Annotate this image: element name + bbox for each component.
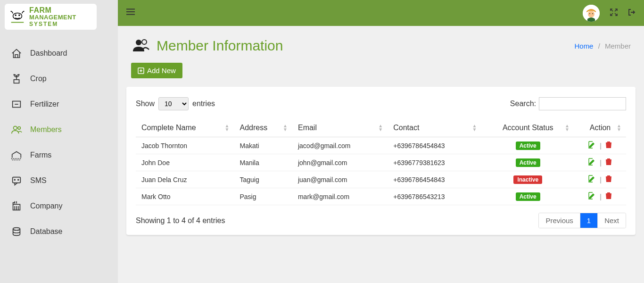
search-label: Search:: [510, 100, 536, 108]
brand-line1: FARM: [29, 7, 76, 14]
page-title: Member Information: [157, 38, 283, 54]
building-icon: [10, 200, 23, 212]
sidebar-item-label: Dashboard: [30, 49, 67, 58]
show-label-pre: Show: [136, 100, 155, 108]
fullscreen-icon[interactable]: [610, 8, 618, 18]
status-badge: Active: [516, 158, 540, 167]
cell-action: |: [574, 137, 626, 154]
sidebar-item-members[interactable]: Members: [0, 117, 118, 142]
svg-point-9: [14, 179, 15, 180]
search-input[interactable]: [539, 97, 626, 110]
cell-address: Makati: [234, 137, 292, 154]
status-badge: Inactive: [513, 175, 542, 184]
main: Member Information Home / Member Add New…: [118, 0, 644, 283]
delete-icon[interactable]: [605, 192, 612, 201]
plus-icon: [138, 67, 144, 74]
sidebar-item-dashboard[interactable]: Dashboard: [0, 41, 118, 66]
sidebar-item-label: Farms: [30, 151, 51, 159]
edit-icon[interactable]: [588, 158, 596, 167]
table-row: Juan Dela CruzTaguigjuan@gmail.com+63967…: [136, 171, 626, 188]
user-avatar[interactable]: [583, 5, 600, 22]
col-contact[interactable]: Contact▲▼: [388, 119, 481, 137]
cell-contact: +6396779381623: [388, 154, 481, 171]
col-action[interactable]: Action▲▼: [574, 119, 626, 137]
svg-point-15: [13, 228, 20, 231]
action-sep: |: [600, 176, 602, 183]
menu-toggle-icon[interactable]: [126, 8, 135, 18]
pagination: Previous 1 Next: [538, 213, 626, 228]
breadcrumb-current: Member: [605, 42, 631, 50]
box-icon: [10, 98, 23, 110]
sidebar-item-sms[interactable]: SMS: [0, 168, 118, 193]
page-prev[interactable]: Previous: [539, 213, 580, 228]
page-header: Member Information Home / Member: [118, 26, 644, 59]
cell-action: |: [574, 154, 626, 171]
chat-icon: [10, 175, 23, 187]
brand-line2: MANAGEMENT: [29, 14, 76, 20]
table-info: Showing 1 to 4 of 4 entries: [136, 216, 225, 225]
col-account-status[interactable]: Account Status▲▼: [481, 119, 574, 137]
svg-point-23: [136, 40, 141, 45]
sidebar-item-fertilizer[interactable]: Fertilizer: [0, 92, 118, 117]
sidebar-item-label: Crop: [30, 75, 47, 83]
logo[interactable]: FARM MANAGEMENT SYSTEM: [0, 0, 118, 33]
cell-action: |: [574, 188, 626, 205]
sidebar-item-company[interactable]: Company: [0, 193, 118, 219]
col-complete-name[interactable]: Complete Name▲▼: [136, 119, 234, 137]
cell-address: Manila: [234, 154, 292, 171]
col-email[interactable]: Email▲▼: [292, 119, 388, 137]
sidebar-item-label: SMS: [30, 176, 47, 185]
cell-action: |: [574, 171, 626, 188]
svg-point-2: [19, 15, 20, 16]
cell-email: mark@gmail.com: [292, 188, 388, 205]
edit-icon[interactable]: [588, 141, 596, 150]
data-card: Show 10 entries Search: Complete Name▲▼A…: [126, 87, 636, 235]
sort-icon: ▲▼: [472, 124, 477, 132]
sidebar-item-database[interactable]: Database: [0, 219, 118, 244]
sort-icon: ▲▼: [283, 124, 288, 132]
delete-icon[interactable]: [605, 141, 612, 150]
breadcrumb-home[interactable]: Home: [574, 42, 593, 50]
page-1[interactable]: 1: [580, 213, 598, 228]
edit-icon[interactable]: [588, 175, 596, 184]
members-icon: [10, 124, 23, 136]
length-select[interactable]: 10: [158, 97, 189, 110]
delete-icon[interactable]: [605, 158, 612, 167]
cell-name: Mark Otto: [136, 188, 234, 205]
table-row: John DoeManilajohn@gmail.com+63967793816…: [136, 154, 626, 171]
brand-line3: SYSTEM: [29, 21, 76, 27]
cell-email: jacod@gmail.com: [292, 137, 388, 154]
cell-address: Pasig: [234, 188, 292, 205]
page-next[interactable]: Next: [598, 213, 626, 228]
sidebar-item-label: Members: [30, 125, 62, 134]
cow-logo-icon: [8, 8, 26, 26]
cell-email: juan@gmail.com: [292, 171, 388, 188]
breadcrumb: Home / Member: [574, 42, 631, 50]
cell-address: Taguig: [234, 171, 292, 188]
table-row: Mark OttoPasigmark@gmail.com+63967865432…: [136, 188, 626, 205]
show-label-post: entries: [192, 100, 215, 108]
svg-point-6: [14, 126, 17, 130]
delete-icon[interactable]: [605, 175, 612, 184]
sidebar-item-crop[interactable]: Crop: [0, 66, 118, 92]
col-address[interactable]: Address▲▼: [234, 119, 292, 137]
cell-name: Juan Dela Cruz: [136, 171, 234, 188]
status-badge: Active: [516, 192, 540, 201]
edit-icon[interactable]: [588, 192, 596, 201]
svg-rect-8: [13, 177, 21, 183]
database-icon: [10, 225, 23, 238]
action-sep: |: [600, 193, 602, 200]
cell-name: Jacob Thornton: [136, 137, 234, 154]
breadcrumb-sep: /: [598, 42, 600, 50]
sort-icon: ▲▼: [565, 124, 570, 132]
status-badge: Active: [516, 142, 540, 150]
cell-contact: +6396786454843: [388, 137, 481, 154]
cell-status: Active: [481, 137, 574, 154]
cell-email: john@gmail.com: [292, 154, 388, 171]
logout-icon[interactable]: [628, 8, 636, 18]
add-new-button[interactable]: Add New: [131, 63, 182, 78]
add-new-label: Add New: [147, 67, 176, 75]
sidebar-item-farms[interactable]: Farms: [0, 142, 118, 168]
home-icon: [10, 47, 23, 59]
members-title-icon: [131, 36, 150, 55]
